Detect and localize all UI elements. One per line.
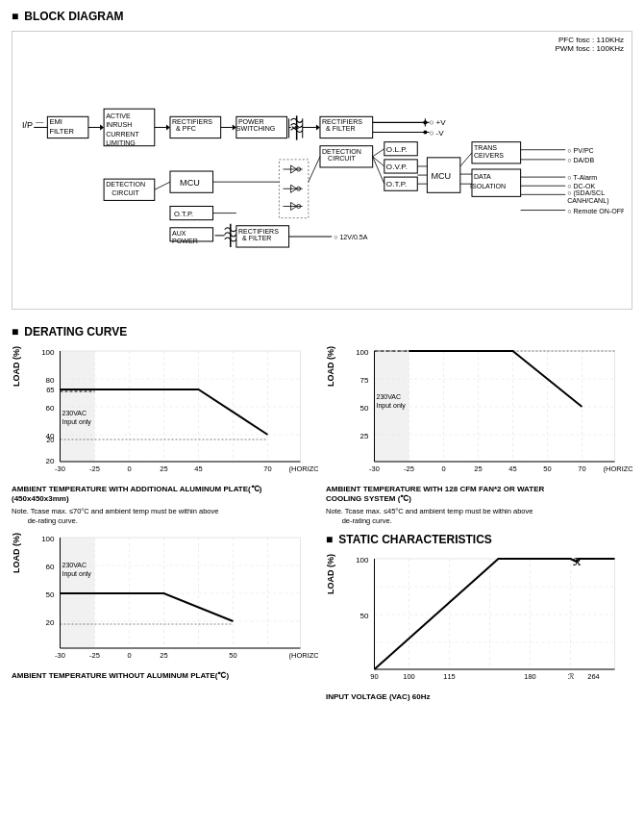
svg-text:CIRCUIT: CIRCUIT [328,155,356,163]
svg-text:LIMITING: LIMITING [106,139,136,147]
svg-text:○ 12V/0.5A: ○ 12V/0.5A [334,234,368,241]
svg-text:230VAC: 230VAC [62,562,87,568]
svg-text:100: 100 [41,348,55,357]
svg-text:I/P: I/P [22,120,33,130]
svg-text:CEIVERS: CEIVERS [474,152,504,160]
static-char-header: STATIC CHARACTERISTICS [326,533,632,546]
svg-text:FILTER: FILTER [49,127,74,136]
svg-text:50: 50 [543,464,551,473]
svg-text:20: 20 [46,457,55,465]
svg-text:& FILTER: & FILTER [242,235,272,242]
svg-line-103 [309,157,320,182]
svg-text:0: 0 [127,464,131,473]
svg-text:CANH/CANL): CANH/CANL) [567,197,608,205]
svg-text:(HORIZONTAL): (HORIZONTAL) [289,651,319,660]
svg-text:Input only: Input only [62,418,92,426]
svg-text:ACTIVE: ACTIVE [106,113,131,120]
svg-text:SWITCHING: SWITCHING [236,125,275,133]
chart1-note: Note. Tcase max. ≤70°C and ambient temp … [12,507,318,526]
svg-marker-14 [166,124,170,130]
svg-text:—: — [36,117,44,126]
svg-text:○ DA/DB: ○ DA/DB [567,157,594,164]
chart1-caption: AMBIENT TEMPERATURE WITH ADDITIONAL ALUM… [12,485,318,505]
static-chart-area: ℛ 100 50 90 100 115 180 ℛ 264 [337,554,632,689]
chart2-caption: AMBIENT TEMPERATURE WITH 128 CFM FAN*2 O… [326,485,632,505]
svg-line-100 [155,182,170,189]
svg-text:DETECTION: DETECTION [106,181,145,188]
svg-text:○ +V: ○ +V [429,118,446,127]
svg-text:25: 25 [160,464,167,473]
svg-text:Input only: Input only [62,570,92,578]
svg-text:50: 50 [46,590,55,599]
block-diagram-container: PFC fosc : 110KHz PWM fosc : 100KHz I/P … [12,31,632,310]
svg-line-49 [373,149,384,157]
svg-line-109 [460,153,472,166]
svg-text:O.T.P.: O.T.P. [174,210,193,218]
block-diagram-header: BLOCK DIAGRAM [12,10,632,23]
svg-text:90: 90 [370,672,378,681]
chart3-area: 100 60 50 20 -30 -25 0 25 50 (HORIZONTAL… [23,533,318,667]
chart2-note: Note. Tcase max. ≤45°C and ambient temp … [326,507,632,526]
svg-text:O.V.P.: O.V.P. [386,163,408,171]
svg-text:115: 115 [443,672,456,681]
svg-text:CIRCUIT: CIRCUIT [111,189,139,197]
svg-text:-25: -25 [89,651,100,660]
svg-text:-30: -30 [55,651,65,660]
svg-text:70: 70 [578,464,585,473]
svg-text:EMI: EMI [49,117,62,126]
svg-rect-199 [375,559,615,669]
svg-text:100: 100 [356,556,369,565]
svg-text:& FILTER: & FILTER [326,125,356,133]
static-y-label: LOAD (%) [326,554,335,594]
svg-text:100: 100 [356,348,369,357]
svg-text:○ PV/PC: ○ PV/PC [567,147,593,155]
page: BLOCK DIAGRAM PFC fosc : 110KHz PWM fosc… [0,0,644,724]
bottom-row: LOAD (%) [12,533,632,702]
svg-text:264: 264 [587,672,600,681]
chart3-y-label: LOAD (%) [12,533,21,573]
svg-text:-25: -25 [89,464,100,473]
svg-text:0: 0 [441,464,445,473]
svg-text:80: 80 [46,376,55,385]
chart-fan-water: LOAD (%) [326,346,632,525]
svg-text:65: 65 [46,386,54,394]
chart3-caption: AMBIENT TEMPERATURE WITHOUT ALUMINUM PLA… [12,671,318,681]
svg-text:○ T-Alarm: ○ T-Alarm [567,174,597,182]
svg-text:POWER: POWER [172,238,198,245]
svg-text:0: 0 [127,651,131,660]
svg-text:AUX: AUX [172,230,186,238]
svg-text:25: 25 [360,432,369,440]
svg-text:MCU: MCU [180,178,200,188]
svg-text:-25: -25 [404,464,414,473]
derating-top-charts: LOAD (%) [12,346,632,525]
svg-rect-142 [375,351,615,462]
svg-text:ISOLATION: ISOLATION [470,183,506,190]
svg-rect-120 [61,351,95,462]
chart2-area: 100 75 50 25 -30 -25 0 25 45 50 70 [337,346,632,481]
svg-text:100: 100 [403,672,415,681]
svg-text:○ (SDA/SCL: ○ (SDA/SCL [567,189,605,197]
svg-text:O.L.P.: O.L.P. [386,145,408,154]
static-x-label: INPUT VOLTAGE (VAC) 60Hz [326,692,632,702]
svg-line-51 [373,157,384,184]
svg-text:45: 45 [194,464,202,473]
svg-text:-30: -30 [55,464,65,473]
chart-no-plate: LOAD (%) [12,533,318,702]
svg-text:(HORIZONTAL): (HORIZONTAL) [604,464,633,473]
svg-text:230VAC: 230VAC [377,393,402,400]
svg-text:25: 25 [474,464,482,473]
svg-text:DATA: DATA [474,173,491,181]
chart2-y-label: LOAD (%) [326,346,335,387]
svg-text:-30: -30 [369,464,380,473]
derating-header: DERATING CURVE [12,325,632,339]
svg-rect-110 [61,351,301,462]
svg-text:75: 75 [360,376,369,385]
svg-text:○ -V: ○ -V [429,129,444,138]
svg-text:ℛ: ℛ [573,557,582,567]
svg-text:20: 20 [46,436,54,444]
static-characteristics: STATIC CHARACTERISTICS LOAD (%) [326,533,632,702]
svg-text:Input only: Input only [377,402,407,410]
svg-text:& PFC: & PFC [176,125,196,133]
svg-text:230VAC: 230VAC [62,410,87,416]
svg-marker-29 [316,124,320,130]
